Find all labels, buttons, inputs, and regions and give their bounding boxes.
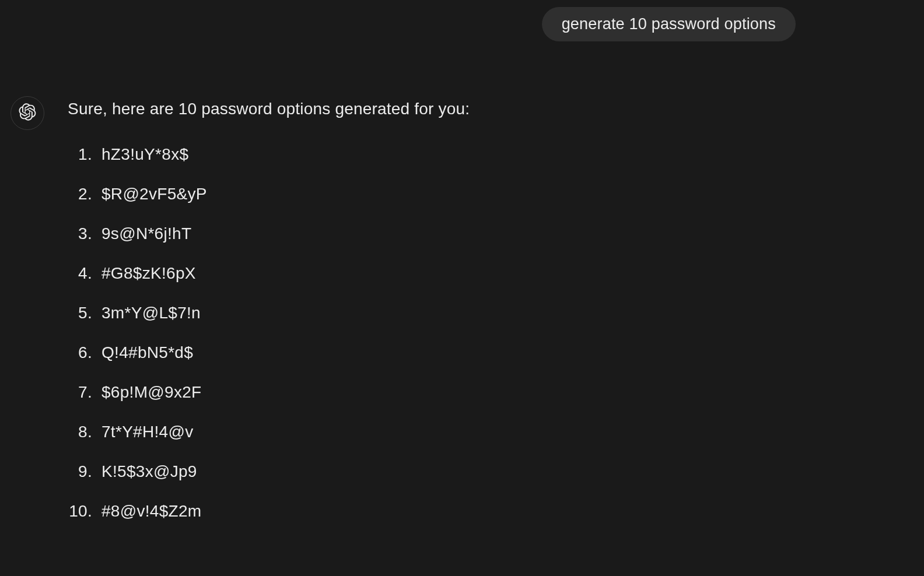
list-item: #G8$zK!6pX — [68, 264, 470, 283]
list-item: $6p!M@9x2F — [68, 383, 470, 402]
assistant-content: Sure, here are 10 password options gener… — [68, 86, 470, 521]
password-value: K!5$3x@Jp9 — [102, 462, 197, 481]
chat-container: generate 10 password options Sure, here … — [0, 0, 924, 576]
assistant-avatar — [10, 96, 44, 130]
password-list: hZ3!uY*8x$ $R@2vF5&yP 9s@N*6j!hT #G8$zK!… — [68, 145, 470, 521]
password-value: #8@v!4$Z2m — [102, 502, 202, 521]
user-message-row: generate 10 password options — [0, 7, 924, 41]
password-value: 3m*Y@L$7!n — [102, 304, 201, 322]
password-value: $R@2vF5&yP — [102, 185, 207, 203]
assistant-logo-icon — [19, 103, 36, 123]
password-value: 9s@N*6j!hT — [102, 224, 191, 243]
list-item: 9s@N*6j!hT — [68, 224, 470, 243]
assistant-intro-text: Sure, here are 10 password options gener… — [68, 100, 470, 118]
password-value: $6p!M@9x2F — [102, 383, 202, 402]
list-item: K!5$3x@Jp9 — [68, 462, 470, 481]
password-value: 7t*Y#H!4@v — [102, 423, 194, 441]
list-item: 7t*Y#H!4@v — [68, 423, 470, 441]
assistant-message-row: Sure, here are 10 password options gener… — [0, 86, 924, 521]
list-item: #8@v!4$Z2m — [68, 502, 470, 521]
list-item: $R@2vF5&yP — [68, 185, 470, 203]
password-value: Q!4#bN5*d$ — [102, 343, 193, 362]
password-value: hZ3!uY*8x$ — [102, 145, 188, 164]
list-item: 3m*Y@L$7!n — [68, 304, 470, 322]
user-message-bubble[interactable]: generate 10 password options — [542, 7, 796, 41]
list-item: hZ3!uY*8x$ — [68, 145, 470, 164]
password-value: #G8$zK!6pX — [102, 264, 196, 283]
list-item: Q!4#bN5*d$ — [68, 343, 470, 362]
